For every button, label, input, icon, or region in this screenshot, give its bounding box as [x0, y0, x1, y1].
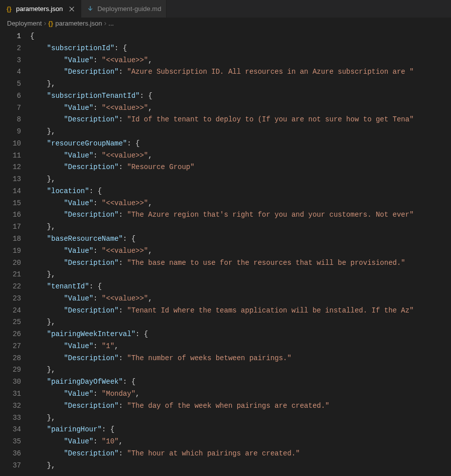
- line-number: 24: [0, 305, 21, 317]
- code-line[interactable]: "Value": "<<value>>",: [30, 293, 451, 305]
- line-number-gutter: 1234567891011121314151617181920212223242…: [0, 31, 30, 471]
- breadcrumb-more[interactable]: ...: [108, 20, 114, 27]
- line-number: 11: [0, 150, 21, 162]
- line-number: 32: [0, 400, 21, 412]
- markdown-arrow-icon: [86, 5, 94, 13]
- line-number: 36: [0, 448, 21, 460]
- line-number: 33: [0, 412, 21, 424]
- line-number: 8: [0, 114, 21, 126]
- line-number: 16: [0, 209, 21, 221]
- close-icon[interactable]: [68, 5, 76, 13]
- code-line[interactable]: "Value": "<<value>>",: [30, 245, 451, 257]
- line-number: 12: [0, 162, 21, 174]
- line-number: 35: [0, 436, 21, 448]
- line-number: 23: [0, 293, 21, 305]
- code-line[interactable]: "pairingDayOfWeek": {: [30, 376, 451, 388]
- line-number: 21: [0, 269, 21, 281]
- code-line[interactable]: },: [30, 412, 451, 424]
- code-line[interactable]: "tenantId": {: [30, 281, 451, 293]
- line-number: 20: [0, 257, 21, 269]
- code-content[interactable]: { "subscriptionId": { "Value": "<<value>…: [30, 31, 451, 471]
- code-line[interactable]: },: [30, 126, 451, 138]
- line-number: 2: [0, 43, 21, 55]
- line-number: 4: [0, 66, 21, 78]
- code-line[interactable]: "Description": "The day of the week when…: [30, 400, 451, 412]
- line-number: 27: [0, 341, 21, 353]
- line-number: 14: [0, 186, 21, 198]
- line-number: 25: [0, 316, 21, 329]
- code-line[interactable]: "baseResourceName": {: [30, 233, 451, 245]
- line-number: 26: [0, 329, 21, 341]
- breadcrumbs: Deployment › {} parameters.json › ...: [0, 18, 451, 29]
- code-line[interactable]: "pairingWeekInterval": {: [30, 329, 451, 341]
- line-number: 19: [0, 245, 21, 257]
- line-number: 7: [0, 102, 21, 114]
- code-line[interactable]: "Value": "<<value>>",: [30, 198, 451, 210]
- code-line[interactable]: "Description": "Resource Group": [30, 162, 451, 174]
- line-number: 10: [0, 138, 21, 150]
- code-line[interactable]: "Description": "Id of the tenant to depl…: [30, 114, 451, 126]
- code-line[interactable]: "pairingHour": {: [30, 424, 451, 436]
- tab-label: parameters.json: [16, 5, 63, 13]
- code-line[interactable]: "Value": "<<value>>",: [30, 55, 451, 67]
- tab-label: Deployment-guide.md: [97, 5, 161, 13]
- json-braces-icon: {}: [5, 5, 13, 13]
- code-line[interactable]: "Description": "The number of weeks betw…: [30, 353, 451, 365]
- code-line[interactable]: "Description": "The base name to use for…: [30, 257, 451, 269]
- code-line[interactable]: "Value": "Monday",: [30, 388, 451, 400]
- code-line[interactable]: "resourceGroupName": {: [30, 138, 451, 150]
- line-number: 37: [0, 460, 21, 472]
- code-line[interactable]: {: [30, 31, 451, 43]
- json-braces-icon: {}: [48, 20, 53, 27]
- line-number: 22: [0, 281, 21, 293]
- code-line[interactable]: "Value": "<<value>>",: [30, 102, 451, 114]
- code-line[interactable]: "Description": "The hour at which pairin…: [30, 448, 451, 460]
- line-number: 9: [0, 126, 21, 138]
- line-number: 6: [0, 90, 21, 102]
- code-line[interactable]: },: [30, 364, 451, 376]
- code-line[interactable]: "subscriptionId": {: [30, 43, 451, 55]
- line-number: 30: [0, 376, 21, 388]
- line-number: 18: [0, 233, 21, 245]
- line-number: 31: [0, 388, 21, 400]
- line-number: 3: [0, 55, 21, 67]
- line-number: 5: [0, 78, 21, 90]
- line-number: 29: [0, 364, 21, 376]
- tab-parameters-json[interactable]: {} parameters.json: [0, 0, 81, 18]
- code-line[interactable]: },: [30, 460, 451, 472]
- line-number: 15: [0, 198, 21, 210]
- line-number: 34: [0, 424, 21, 436]
- code-line[interactable]: },: [30, 316, 451, 329]
- line-number: 28: [0, 353, 21, 365]
- code-line[interactable]: "location": {: [30, 186, 451, 198]
- code-line[interactable]: "Value": "<<value>>",: [30, 150, 451, 162]
- breadcrumb-file[interactable]: {} parameters.json: [48, 20, 102, 27]
- tab-deployment-guide[interactable]: Deployment-guide.md: [81, 0, 167, 18]
- code-line[interactable]: "Description": "Azure Subscription ID. A…: [30, 66, 451, 78]
- code-line[interactable]: },: [30, 174, 451, 186]
- code-line[interactable]: "subscriptionTenantId": {: [30, 90, 451, 102]
- line-number: 17: [0, 221, 21, 233]
- code-line[interactable]: },: [30, 221, 451, 233]
- code-line[interactable]: "Value": "10",: [30, 436, 451, 448]
- chevron-right-icon: ›: [44, 19, 46, 27]
- code-line[interactable]: "Description": "The Azure region that's …: [30, 209, 451, 221]
- line-number: 13: [0, 174, 21, 186]
- code-line[interactable]: },: [30, 78, 451, 90]
- line-number: 1: [0, 31, 21, 43]
- chevron-right-icon: ›: [104, 19, 106, 27]
- breadcrumb-deployment[interactable]: Deployment: [7, 20, 42, 27]
- code-line[interactable]: "Description": "Tenant Id where the team…: [30, 305, 451, 317]
- code-line[interactable]: },: [30, 269, 451, 281]
- tabs-bar: {} parameters.json Deployment-guide.md: [0, 0, 451, 18]
- editor[interactable]: 1234567891011121314151617181920212223242…: [0, 29, 451, 471]
- code-line[interactable]: "Value": "1",: [30, 341, 451, 353]
